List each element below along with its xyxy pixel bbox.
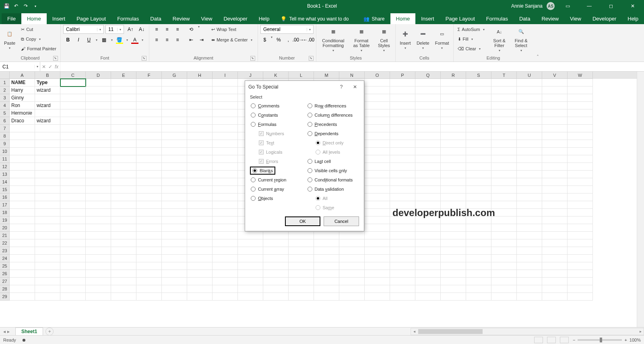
sheet-next-icon[interactable]: ▸ <box>7 329 10 334</box>
radio-current-array[interactable]: Current array <box>250 185 303 193</box>
cell[interactable] <box>60 178 86 186</box>
cell[interactable] <box>10 278 35 285</box>
cell[interactable] <box>187 94 213 102</box>
column-header[interactable]: W <box>568 72 593 79</box>
column-header[interactable]: A <box>10 72 35 79</box>
cell[interactable] <box>415 140 441 148</box>
cell[interactable]: Ron <box>10 102 35 109</box>
cell[interactable] <box>187 87 213 94</box>
cell[interactable] <box>390 262 415 270</box>
dialog-launcher-icon[interactable]: ⬊ <box>250 56 255 61</box>
cell[interactable] <box>466 132 491 140</box>
scroll-left-icon[interactable]: ◂ <box>411 328 417 335</box>
cell[interactable] <box>111 201 136 209</box>
dialog-titlebar[interactable]: Go To Special ? ✕ <box>245 81 364 93</box>
cell[interactable] <box>390 216 415 224</box>
cell[interactable] <box>517 102 542 109</box>
cell[interactable] <box>187 102 213 109</box>
format-as-table-button[interactable]: ▦Format as Table▾ <box>350 25 373 53</box>
cell[interactable] <box>35 171 60 178</box>
cell[interactable] <box>10 239 35 247</box>
cell[interactable] <box>60 255 86 262</box>
cell[interactable] <box>441 132 466 140</box>
cell[interactable] <box>441 125 466 132</box>
cell[interactable] <box>568 102 593 109</box>
cell[interactable] <box>415 201 441 209</box>
cell[interactable] <box>289 293 314 301</box>
macro-record-icon[interactable]: ⏺ <box>22 338 26 342</box>
align-middle-icon[interactable]: ≡ <box>162 25 172 34</box>
cell[interactable] <box>517 201 542 209</box>
font-name-combo[interactable]: Calibri▾ <box>63 25 104 34</box>
cell[interactable] <box>136 201 162 209</box>
cell[interactable] <box>213 194 238 201</box>
cell[interactable] <box>415 132 441 140</box>
cell[interactable] <box>187 155 213 163</box>
cell[interactable] <box>491 255 517 262</box>
cell[interactable] <box>517 148 542 155</box>
row-header[interactable]: 13 <box>0 171 10 178</box>
radio-precedents[interactable]: Precedents <box>307 120 359 128</box>
cell[interactable] <box>162 239 187 247</box>
radio-dependents[interactable]: Dependents <box>307 130 359 138</box>
cell[interactable] <box>10 216 35 224</box>
cell[interactable] <box>517 262 542 270</box>
cell[interactable] <box>314 262 339 270</box>
cell[interactable] <box>441 262 466 270</box>
row-header[interactable]: 4 <box>0 102 10 109</box>
cell[interactable] <box>365 87 390 94</box>
cell[interactable] <box>162 293 187 301</box>
radio-constants[interactable]: Constants <box>250 111 303 119</box>
cell[interactable] <box>60 232 86 239</box>
cell[interactable] <box>568 132 593 140</box>
cell[interactable] <box>111 285 136 293</box>
cell[interactable] <box>213 285 238 293</box>
cell[interactable] <box>568 87 593 94</box>
cell[interactable] <box>568 232 593 239</box>
align-center-icon[interactable]: ≡ <box>162 35 172 44</box>
zoom-in-icon[interactable]: + <box>624 338 627 342</box>
cell[interactable] <box>111 178 136 186</box>
cell[interactable] <box>60 270 86 278</box>
cell[interactable] <box>365 163 390 171</box>
cell[interactable] <box>10 132 35 140</box>
clear-button[interactable]: ⌫Clear▾ <box>456 44 487 53</box>
cell[interactable] <box>86 232 111 239</box>
cell[interactable] <box>111 293 136 301</box>
cell[interactable] <box>136 270 162 278</box>
cell[interactable] <box>60 79 86 87</box>
column-header[interactable]: D <box>86 72 111 79</box>
cell[interactable] <box>517 94 542 102</box>
cell[interactable] <box>491 109 517 117</box>
paste-button[interactable]: 📋 Paste ▾ <box>2 25 17 53</box>
collapse-ribbon-icon[interactable]: ˄ <box>533 53 542 62</box>
cell[interactable] <box>162 117 187 125</box>
column-header[interactable]: B <box>35 72 60 79</box>
cell[interactable] <box>10 201 35 209</box>
cell[interactable] <box>162 224 187 232</box>
cell[interactable] <box>415 270 441 278</box>
cell[interactable] <box>517 163 542 171</box>
cell[interactable] <box>35 194 60 201</box>
cell[interactable] <box>187 148 213 155</box>
cell[interactable] <box>111 270 136 278</box>
cell[interactable] <box>466 270 491 278</box>
cell[interactable] <box>162 87 187 94</box>
row-header[interactable]: 8 <box>0 132 10 140</box>
cell[interactable] <box>187 186 213 194</box>
redo-icon[interactable]: ↷ <box>23 3 29 9</box>
cell[interactable] <box>365 247 390 255</box>
cell[interactable] <box>187 209 213 216</box>
cell[interactable] <box>441 216 466 224</box>
cell[interactable] <box>35 155 60 163</box>
cell[interactable] <box>390 171 415 178</box>
cell[interactable] <box>339 293 365 301</box>
cell[interactable] <box>491 209 517 216</box>
cell[interactable] <box>491 87 517 94</box>
cell[interactable] <box>365 186 390 194</box>
chevron-down-icon[interactable]: ▾ <box>197 25 201 34</box>
copy-button[interactable]: ⧉Copy▾ <box>19 35 58 43</box>
cell[interactable] <box>339 278 365 285</box>
cell[interactable] <box>491 201 517 209</box>
cell[interactable] <box>568 109 593 117</box>
